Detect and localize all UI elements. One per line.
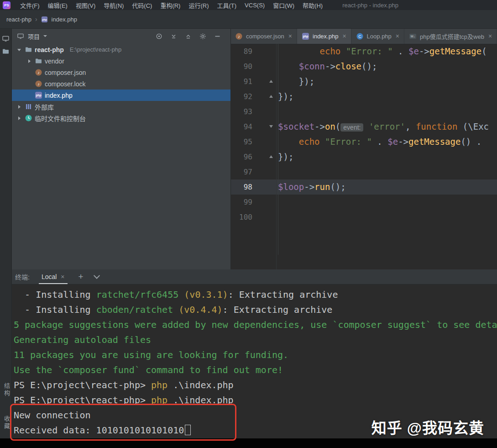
menu-item[interactable]: 窗口(W) bbox=[269, 0, 298, 11]
code-token: -> bbox=[314, 121, 325, 132]
terminal-tab-local[interactable]: Local × bbox=[38, 269, 68, 284]
tree-item[interactable]: vendor bbox=[11, 55, 230, 67]
gutter-row: 99 bbox=[230, 195, 276, 210]
code-token: echo bbox=[320, 46, 346, 56]
breadcrumb-project[interactable]: react-php bbox=[6, 16, 31, 23]
terminal-text: PS E:\project\react-php> bbox=[14, 395, 151, 406]
svg-text:♪: ♪ bbox=[37, 70, 40, 75]
menu-item[interactable]: VCS(S) bbox=[241, 1, 269, 10]
code-line bbox=[276, 164, 497, 179]
code-token: getMessage bbox=[429, 46, 481, 56]
window-title: react-php - index.php bbox=[342, 2, 398, 9]
tree-item[interactable]: ♪composer.json bbox=[11, 67, 230, 78]
settings-icon[interactable] bbox=[199, 32, 207, 40]
terminal-text: (v0.4.4) bbox=[178, 304, 222, 315]
tab-close-icon[interactable]: × bbox=[488, 32, 492, 40]
breadcrumb-separator-icon: › bbox=[35, 16, 37, 23]
expand-icon[interactable] bbox=[184, 32, 192, 40]
code-token: $loop bbox=[278, 182, 304, 192]
close-icon[interactable]: × bbox=[61, 273, 64, 280]
editor-tab[interactable]: ♪composer.json× bbox=[230, 28, 297, 44]
menu-item[interactable]: 编辑(E) bbox=[44, 0, 72, 11]
code-token: $e bbox=[408, 46, 419, 56]
menu-item[interactable]: 重构(R) bbox=[156, 0, 184, 11]
line-number: 92 bbox=[230, 89, 252, 104]
tree-item[interactable]: react-phpE:\project\react-php bbox=[11, 44, 230, 55]
terminal-text: - Installing bbox=[14, 289, 96, 300]
folders-tool-button-icon[interactable] bbox=[2, 47, 10, 55]
breadcrumb: react-php › php index.php bbox=[0, 10, 497, 29]
svg-text:M↓: M↓ bbox=[411, 35, 415, 38]
menu-item[interactable]: 导航(N) bbox=[99, 0, 128, 11]
fold-up-icon[interactable] bbox=[269, 80, 273, 83]
code-token: getMessage bbox=[408, 137, 460, 147]
fold-up-icon[interactable] bbox=[269, 95, 273, 98]
fold-down-icon[interactable] bbox=[269, 125, 273, 128]
code-line: $socket->on(event: 'error', function (\E… bbox=[276, 119, 497, 134]
fold-up-icon[interactable] bbox=[269, 155, 273, 158]
new-session-button[interactable]: + bbox=[78, 272, 84, 282]
tree-item-label: composer.lock bbox=[45, 80, 85, 88]
terminal-text: cboden/ratchet bbox=[96, 304, 173, 315]
code-line bbox=[276, 104, 497, 119]
terminal-tab-label: Local bbox=[42, 273, 57, 280]
tree-item[interactable]: ♪composer.lock bbox=[11, 78, 230, 90]
gutter-row: 90 bbox=[230, 59, 276, 74]
gutter-row: 94 bbox=[230, 119, 276, 134]
hide-icon[interactable] bbox=[214, 32, 221, 40]
tab-close-icon[interactable]: × bbox=[342, 32, 346, 40]
project-tool-button-icon[interactable] bbox=[2, 35, 10, 42]
gutter-row: 100 bbox=[230, 210, 276, 225]
menu-item[interactable]: 运行(R) bbox=[184, 0, 213, 11]
code-token: }); bbox=[278, 91, 293, 101]
project-tree: react-phpE:\project\react-phpvendor♪comp… bbox=[11, 44, 230, 124]
tab-close-icon[interactable]: × bbox=[396, 32, 399, 40]
terminal-line: 11 packages you are using are looking fo… bbox=[14, 348, 497, 363]
arrow-spacer bbox=[26, 81, 32, 87]
tree-item[interactable]: 临时文件和控制台 bbox=[11, 112, 230, 124]
code-token: 'error' bbox=[369, 121, 405, 132]
structure-tool-button[interactable]: 结构 bbox=[2, 383, 11, 397]
menu-item[interactable]: 工具(T) bbox=[213, 0, 241, 11]
menu-item[interactable]: 帮助(H) bbox=[298, 0, 327, 11]
menu-item[interactable]: 文件(F) bbox=[16, 0, 44, 11]
editor-tab[interactable]: phpindex.php× bbox=[297, 28, 351, 44]
menu-item[interactable]: 代码(C) bbox=[128, 0, 156, 11]
project-panel-title[interactable]: 项目 bbox=[28, 32, 40, 41]
favorites-tool-button[interactable]: 收藏 bbox=[2, 416, 11, 430]
tab-close-icon[interactable]: × bbox=[288, 32, 292, 40]
code-token: -> bbox=[398, 137, 408, 147]
line-number: 99 bbox=[230, 195, 252, 210]
tree-item-label: vendor bbox=[45, 58, 64, 65]
code-token: (); bbox=[361, 61, 377, 71]
folder-icon bbox=[25, 46, 32, 53]
chevron-down-icon[interactable] bbox=[16, 47, 22, 53]
chevron-right-icon[interactable] bbox=[16, 115, 22, 121]
locate-icon[interactable] bbox=[155, 32, 163, 40]
gutter-row: 93 bbox=[230, 104, 276, 119]
code-token: () . bbox=[460, 137, 487, 147]
terminal-text: 11 packages you are using are looking fo… bbox=[14, 349, 288, 360]
editor-tab[interactable]: M↓php傻瓜式搭建tcp及web× bbox=[404, 28, 497, 44]
tree-item-label: 临时文件和控制台 bbox=[35, 114, 86, 123]
chevron-right-icon[interactable] bbox=[16, 104, 22, 110]
editor-tab[interactable]: CLoop.php× bbox=[351, 28, 404, 44]
svg-text:php: php bbox=[36, 94, 42, 97]
line-number: 100 bbox=[230, 210, 252, 225]
collapse-icon[interactable] bbox=[170, 32, 178, 40]
tree-item[interactable]: 外部库 bbox=[11, 101, 230, 112]
tree-item-label: 外部库 bbox=[35, 102, 54, 111]
terminal-cursor bbox=[185, 425, 191, 435]
terminal-line: - Installing ratchet/rfc6455 (v0.3.1): E… bbox=[14, 287, 497, 302]
menu-item[interactable]: 视图(V) bbox=[72, 0, 99, 11]
menu-items: 文件(F)编辑(E)视图(V)导航(N)代码(C)重构(R)运行(R)工具(T)… bbox=[16, 0, 327, 11]
library-icon bbox=[25, 103, 32, 111]
code-editor[interactable]: 8990919293949596979899100 echo "Error: "… bbox=[230, 44, 497, 269]
chevron-down-icon[interactable] bbox=[94, 272, 100, 279]
chevron-right-icon[interactable] bbox=[26, 58, 32, 64]
composer-icon: ♪ bbox=[35, 69, 42, 76]
terminal-output[interactable]: - Installing ratchet/rfc6455 (v0.3.1): E… bbox=[0, 284, 497, 438]
tree-item[interactable]: phpindex.php bbox=[11, 90, 230, 101]
code-token: echo bbox=[299, 137, 325, 147]
breadcrumb-file[interactable]: index.php bbox=[52, 16, 77, 23]
